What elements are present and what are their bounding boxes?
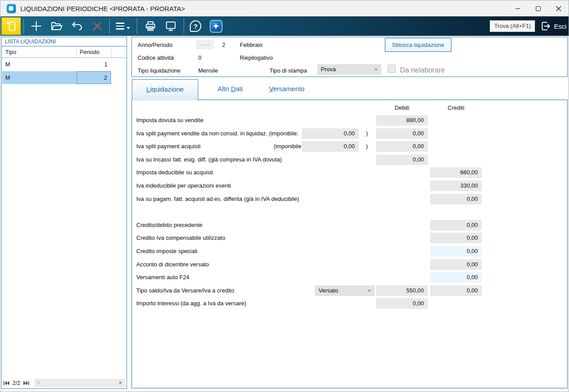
tipo-stampa-select[interactable]: Prova (317, 64, 381, 75)
record-position: 2/2 (12, 380, 20, 386)
chevron-down-icon (374, 69, 378, 71)
scroll-left-icon[interactable] (37, 381, 39, 384)
column-header-periodo[interactable]: Periodo (80, 49, 100, 55)
print-button[interactable] (141, 17, 160, 35)
liquidations-list-panel: LISTA LIQUIDAZIONI Tipo Periodo M1M2 2/2 (1, 37, 127, 389)
row-label: Iva su Incassi fatt. esig. diff. (già co… (136, 156, 282, 163)
column-divider[interactable] (111, 46, 111, 58)
window-controls (507, 0, 569, 16)
crediti-field[interactable]: 330,00 (430, 181, 482, 191)
anno-periodo-label: Anno/Periodo (138, 42, 173, 48)
row-tipo-value[interactable]: M (5, 74, 10, 81)
row-label: Imposta deducibile su acquisti (136, 169, 213, 176)
grid-row: Importo interessi (da agg. a Iva da vers… (132, 298, 567, 309)
da-rielaborare-checkbox[interactable] (388, 65, 396, 73)
horizontal-scrollbar[interactable] (34, 379, 125, 387)
crediti-field[interactable]: 660,00 (430, 167, 482, 178)
tipo-liquidazione-label: Tipo liquidazione (138, 67, 181, 74)
tipo-saldo-value: Versato (319, 287, 338, 294)
anno-field[interactable]: ···· (196, 40, 214, 50)
print-preview-button[interactable] (161, 17, 180, 35)
help-button[interactable]: ? (187, 17, 204, 35)
close-icon (556, 6, 561, 12)
debiti-field[interactable]: 0,00 (376, 128, 428, 139)
plus-icon (31, 20, 42, 32)
exit-button[interactable]: Esci (538, 19, 569, 33)
tipo-liquidazione-value: Mensile (198, 67, 218, 74)
toolbar-separator (109, 19, 110, 34)
exit-label: Esci (554, 23, 566, 30)
debiti-field[interactable]: 0,00 (376, 141, 428, 152)
last-record-button[interactable] (23, 380, 30, 386)
crediti-column-header: Crediti (430, 104, 482, 111)
paren-close: ) (366, 130, 368, 137)
panel-icon-square (7, 22, 9, 24)
grid-row: Credito imposte speciali0,00 (132, 246, 567, 257)
crediti-field[interactable]: 0,00 (430, 220, 482, 231)
tipo-saldo-select[interactable]: Versato (315, 285, 375, 296)
list-column-header: Tipo Periodo (2, 46, 127, 58)
delete-button[interactable] (89, 17, 106, 35)
row-label: Iva su pagam. fatt. acquisti ad es. diff… (136, 196, 299, 202)
crediti-field[interactable]: 0,00 (430, 246, 482, 257)
tab-versamento[interactable]: Versamento (262, 79, 311, 100)
crediti-field[interactable]: 0,00 (430, 259, 482, 270)
column-divider[interactable] (76, 46, 77, 58)
codice-attivita-label: Codice attività (138, 54, 174, 61)
row-periodo-value[interactable]: 2 (77, 71, 111, 84)
first-record-icon (3, 380, 10, 386)
list-item[interactable]: M2 (2, 71, 127, 85)
maximize-icon (536, 6, 541, 11)
new-record-button[interactable] (28, 17, 45, 35)
tab-bar: LiquidazioneAltri DatiVersamento (131, 79, 568, 100)
app-window: LIQUIDAZIONI PERIODICHE <PRORATA - PRORA… (0, 0, 569, 392)
crediti-field[interactable]: 0,00 (430, 272, 482, 283)
unlock-liquidation-button[interactable]: Sblocca liquidazione (385, 38, 451, 52)
row-label: Importo interessi (da agg. a Iva da vers… (136, 300, 246, 307)
printer-icon (145, 20, 156, 32)
row-tipo-value[interactable]: M (5, 61, 10, 68)
assistant-button[interactable] (208, 17, 224, 35)
debiti-field[interactable]: 880,00 (376, 115, 428, 126)
column-header-tipo[interactable]: Tipo (5, 49, 16, 55)
minimize-button[interactable] (507, 0, 528, 16)
record-pager: 2/2 (2, 378, 126, 388)
imponibile-field[interactable]: 0,00 (302, 141, 359, 152)
row-label: Iva split payment vendite da non consid.… (136, 130, 298, 137)
menu-button[interactable] (113, 17, 133, 35)
open-button[interactable] (48, 17, 65, 35)
form-row: Anno/Periodo ···· 2 Febbraio (132, 41, 567, 50)
debiti-field[interactable]: 0,00 (376, 154, 428, 165)
periodo-value: 2 (222, 42, 225, 48)
liquidazione-tab-panel: Debiti Crediti Imposta dovuta su vendite… (131, 100, 568, 388)
tab-altri-dati[interactable]: Altri Dati (204, 79, 257, 100)
debiti-field[interactable]: 550,00 (376, 285, 428, 296)
crediti-field[interactable]: 0,00 (430, 194, 482, 204)
grid-row: Iva indeducibile per operazioni esenti33… (132, 181, 567, 191)
panel-title: LISTA LIQUIDAZIONI (2, 37, 127, 46)
toolbar-separator (184, 19, 184, 34)
grid-row: Iva split payment acquisti(imponibile0,0… (132, 141, 567, 152)
crediti-field[interactable]: 0,00 (430, 233, 482, 243)
debiti-field[interactable]: 0,00 (376, 298, 428, 309)
chevron-down-icon (368, 290, 371, 292)
tab-liquidazione[interactable]: Liquidazione (132, 79, 198, 100)
undo-button[interactable] (69, 17, 85, 35)
close-button[interactable] (548, 0, 569, 16)
row-label: Iva split payment acquisti (136, 143, 200, 150)
first-record-button[interactable] (3, 380, 10, 386)
imponibile-field[interactable]: 0,00 (302, 128, 359, 139)
row-label: Credito/debito precedente (136, 222, 203, 228)
list-item[interactable]: M1 (2, 58, 127, 71)
monitor-icon (165, 20, 177, 32)
crediti-field[interactable]: 0,00 (430, 285, 482, 296)
list-rows: M1M2 (2, 58, 127, 85)
maximize-button[interactable] (528, 0, 548, 16)
app-icon-glyph (8, 6, 13, 11)
scroll-right-icon[interactable] (119, 381, 122, 384)
row-periodo-value[interactable]: 1 (77, 58, 111, 71)
find-shortcut-box[interactable]: Trova (Alt+F1) (490, 20, 535, 32)
window-title: LIQUIDAZIONI PERIODICHE <PRORATA - PRORA… (20, 5, 185, 12)
navigator-button[interactable] (1, 17, 21, 35)
assistant-sparkle-icon (210, 20, 223, 33)
